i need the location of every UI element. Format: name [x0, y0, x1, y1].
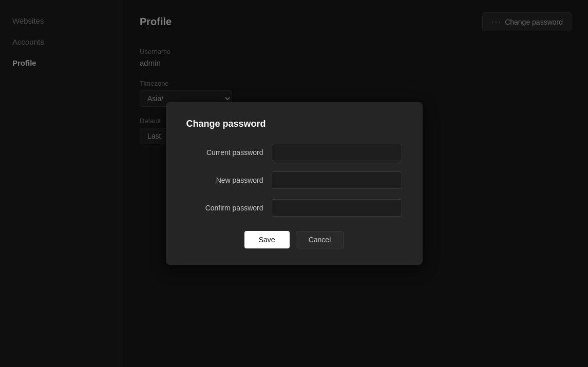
- save-button[interactable]: Save: [244, 231, 290, 248]
- modal-actions: Save Cancel: [186, 231, 402, 248]
- cancel-button[interactable]: Cancel: [296, 231, 344, 248]
- confirm-password-row: Confirm password: [186, 199, 402, 217]
- current-password-label: Current password: [186, 148, 263, 157]
- modal-title: Change password: [186, 119, 402, 129]
- current-password-row: Current password: [186, 144, 402, 161]
- current-password-input[interactable]: [272, 144, 402, 161]
- modal-overlay: Change password Current password New pas…: [0, 0, 588, 367]
- new-password-label: New password: [186, 176, 263, 184]
- change-password-modal: Change password Current password New pas…: [166, 102, 423, 265]
- confirm-password-label: Confirm password: [186, 204, 263, 212]
- new-password-row: New password: [186, 171, 402, 189]
- main-content: Profile ··· Change password Username adm…: [123, 0, 588, 367]
- confirm-password-input[interactable]: [272, 199, 402, 217]
- new-password-input[interactable]: [272, 171, 402, 189]
